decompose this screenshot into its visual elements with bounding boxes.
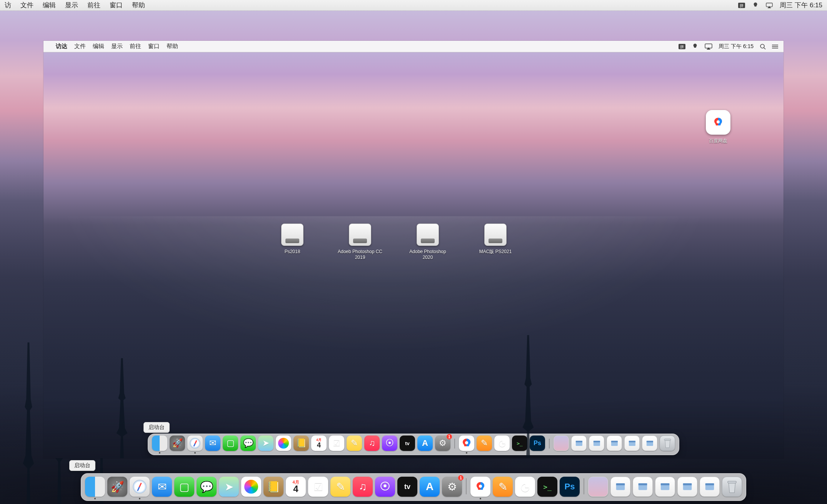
disk-icon bbox=[417, 224, 439, 246]
dock-app-facetime[interactable]: ▢ bbox=[223, 436, 238, 451]
mounted-drive-ps2021[interactable]: MAC版 PS2021 bbox=[472, 224, 519, 260]
inner-app-name[interactable]: 访达 bbox=[56, 43, 67, 50]
dock-app-launchpad[interactable]: 🚀 bbox=[107, 477, 127, 497]
mounted-drive-ps2020[interactable]: Adobe Photoshop 2020 bbox=[404, 224, 451, 260]
dock-app-contacts[interactable]: 📒 bbox=[263, 477, 283, 497]
inner-menu-item[interactable]: 帮助 bbox=[167, 43, 178, 50]
dock-file-recent-file-3[interactable] bbox=[655, 477, 675, 497]
airplay-icon[interactable] bbox=[705, 43, 712, 50]
dock-file-recent-file-1[interactable] bbox=[610, 477, 630, 497]
inner-desktop: 访达 文件 编辑 显示 前往 窗口 帮助 拼 周三 下午 6:15 bbox=[43, 41, 784, 458]
dock-app-mail[interactable]: ✉ bbox=[205, 436, 220, 451]
dock-separator bbox=[584, 478, 584, 494]
mounted-drive-ps2019[interactable]: Adoeb Photoshop CC 2019 bbox=[337, 224, 383, 260]
outer-menu-item[interactable]: 编辑 bbox=[43, 1, 56, 10]
input-source-icon[interactable]: 拼 bbox=[738, 2, 745, 9]
desktop-icon-baidu-netdisk[interactable]: 百度网盘 bbox=[699, 110, 737, 144]
dock-app-system-preferences[interactable]: ⚙1 bbox=[442, 477, 462, 497]
dock-app-terminal[interactable]: >_ bbox=[537, 477, 557, 497]
dock-app-terminal[interactable]: >_ bbox=[512, 436, 527, 451]
dock-app-notes[interactable]: ✎ bbox=[347, 436, 362, 451]
dock-app-photos[interactable] bbox=[276, 436, 291, 451]
dock-app-safari[interactable] bbox=[130, 477, 150, 497]
mounted-drive-ps2018[interactable]: Ps2018 bbox=[269, 224, 316, 260]
outer-clock[interactable]: 周三 下午 6:15 bbox=[780, 1, 822, 10]
desktop-mounted-drives: Ps2018 Adoeb Photoshop CC 2019 Adobe Pho… bbox=[269, 224, 519, 260]
outer-menu-item[interactable]: 窗口 bbox=[110, 1, 123, 10]
dock-file-recent-file-4[interactable] bbox=[677, 477, 697, 497]
outer-menu-item[interactable]: 前往 bbox=[87, 1, 100, 10]
inner-menu-item[interactable]: 编辑 bbox=[93, 43, 104, 50]
control-center-icon[interactable] bbox=[772, 44, 778, 49]
notes-icon: ✎ bbox=[351, 438, 358, 448]
dock-app-reminders[interactable]: ☑ bbox=[329, 436, 344, 451]
dock-file-recent-file-1[interactable] bbox=[571, 436, 587, 451]
dock-file-recent-file-2[interactable] bbox=[633, 477, 653, 497]
dock-file-recent-file-5[interactable] bbox=[700, 477, 720, 497]
dock-app-photos[interactable] bbox=[241, 477, 261, 497]
dock-app-appstore[interactable]: A bbox=[417, 436, 433, 451]
dock-app-messages[interactable]: 💬 bbox=[240, 436, 256, 451]
dock-app-pages[interactable]: ✎ bbox=[493, 477, 513, 497]
dock-trash[interactable] bbox=[722, 477, 742, 497]
dock-app-calendar[interactable]: 4月4 bbox=[311, 436, 327, 451]
baidu-menubar-icon[interactable] bbox=[752, 2, 759, 9]
dock-wallpaper-tile[interactable] bbox=[554, 436, 569, 451]
dock-app-tv[interactable]: tv bbox=[400, 436, 415, 451]
dock-app-tv[interactable]: tv bbox=[397, 477, 417, 497]
dock-file-recent-file-5[interactable] bbox=[642, 436, 657, 451]
dock-app-baidu-netdisk[interactable] bbox=[470, 477, 490, 497]
dock-app-appstore[interactable]: A bbox=[420, 477, 440, 497]
dock-app-clock-app[interactable]: ◔ bbox=[494, 436, 510, 451]
dock-file-recent-file-4[interactable] bbox=[624, 436, 640, 451]
inner-menu-item[interactable]: 显示 bbox=[111, 43, 123, 50]
appstore-icon: A bbox=[426, 481, 434, 493]
facetime-icon: ▢ bbox=[227, 438, 235, 448]
outer-menu-item[interactable]: 文件 bbox=[20, 1, 33, 10]
outer-menu-item[interactable]: 访 bbox=[5, 1, 11, 10]
dock-file-recent-file-2[interactable] bbox=[589, 436, 604, 451]
inner-menu-item[interactable]: 前往 bbox=[130, 43, 141, 50]
dock-app-safari[interactable] bbox=[187, 436, 203, 451]
system-preferences-icon: ⚙ bbox=[439, 438, 447, 448]
dock-app-finder[interactable] bbox=[85, 477, 105, 497]
inner-menu-item[interactable]: 窗口 bbox=[148, 43, 160, 50]
spotlight-icon[interactable] bbox=[760, 43, 766, 50]
dock-wallpaper-tile[interactable] bbox=[588, 477, 608, 497]
inner-clock[interactable]: 周三 下午 6:15 bbox=[719, 43, 754, 50]
dock-app-clock-app[interactable]: ◔ bbox=[515, 477, 535, 497]
dock-app-photoshop[interactable]: Ps bbox=[530, 436, 545, 451]
dock-app-maps[interactable]: ➤ bbox=[219, 477, 239, 497]
dock-app-messages[interactable]: 💬 bbox=[197, 477, 217, 497]
dock-app-maps[interactable]: ➤ bbox=[258, 436, 273, 451]
dock-app-reminders[interactable]: ☑ bbox=[308, 477, 328, 497]
dock-app-music[interactable]: ♫ bbox=[353, 477, 373, 497]
outer-menu-item[interactable]: 显示 bbox=[65, 1, 78, 10]
input-source-icon[interactable]: 拼 bbox=[679, 44, 685, 49]
dock-app-launchpad[interactable]: 🚀 bbox=[170, 436, 185, 451]
dock-app-contacts[interactable]: 📒 bbox=[293, 436, 309, 451]
drive-label: Adoeb Photoshop CC 2019 bbox=[337, 249, 383, 260]
reminders-icon: ☑ bbox=[313, 481, 323, 493]
dock-app-music[interactable]: ♫ bbox=[364, 436, 380, 451]
svg-rect-16 bbox=[575, 441, 582, 442]
dock-app-facetime[interactable]: ▢ bbox=[174, 477, 194, 497]
outer-menu-item[interactable]: 帮助 bbox=[132, 1, 145, 10]
dock-app-notes[interactable]: ✎ bbox=[330, 477, 350, 497]
dock-app-photoshop[interactable]: Ps bbox=[560, 477, 580, 497]
inner-menu-item[interactable]: 文件 bbox=[74, 43, 86, 50]
dock-app-calendar[interactable]: 4月4 bbox=[286, 477, 306, 497]
dock-trash[interactable] bbox=[660, 436, 675, 451]
dock-app-mail[interactable]: ✉ bbox=[152, 477, 172, 497]
photoshop-icon: Ps bbox=[534, 440, 541, 447]
dock-app-system-preferences[interactable]: ⚙1 bbox=[435, 436, 450, 451]
dock-app-podcasts[interactable]: ⦿ bbox=[382, 436, 397, 451]
dock-file-recent-file-3[interactable] bbox=[607, 436, 622, 451]
outer-dock: 🚀✉▢💬➤📒4月4☑✎♫⦿tvA⚙1✎◔>_Ps bbox=[81, 473, 746, 501]
dock-app-pages[interactable]: ✎ bbox=[477, 436, 492, 451]
dock-app-finder[interactable] bbox=[152, 436, 167, 451]
airplay-icon[interactable] bbox=[766, 2, 773, 9]
baidu-menubar-icon[interactable] bbox=[692, 43, 699, 50]
dock-app-baidu-netdisk[interactable] bbox=[459, 436, 474, 451]
dock-app-podcasts[interactable]: ⦿ bbox=[375, 477, 395, 497]
